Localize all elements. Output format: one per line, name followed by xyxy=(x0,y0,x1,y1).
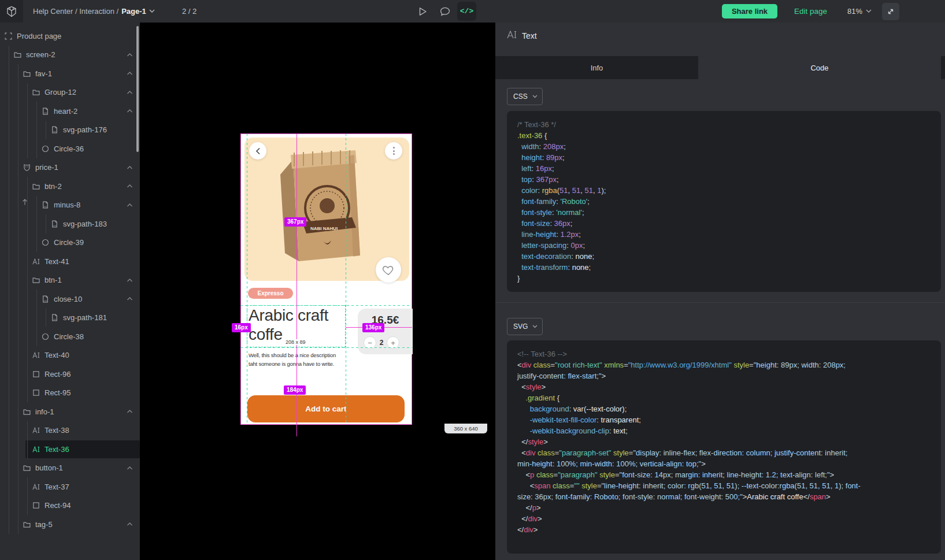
layer-row-text-36[interactable]: Text-36 xyxy=(0,440,140,459)
code-line: text-transform: none; xyxy=(517,262,931,273)
svg-code-block[interactable]: <!-- Text-36 --><div class="root rich-te… xyxy=(507,340,941,554)
code-line: width: 208px; xyxy=(517,141,931,152)
chevron-up-icon[interactable] xyxy=(127,466,133,470)
layer-row-text-40[interactable]: Text-40 xyxy=(0,346,140,365)
layer-row-svg-path-181[interactable]: svg-path-181 xyxy=(0,309,140,328)
css-format-value: CSS xyxy=(513,92,528,101)
edit-page-link[interactable]: Edit page xyxy=(794,0,827,23)
layer-row-rect-94[interactable]: Rect-94 xyxy=(0,496,140,516)
chevron-down-icon xyxy=(532,95,538,98)
layer-row-btn-2[interactable]: btn-2 xyxy=(0,177,140,196)
code-line: <p class="paragraph" style="font-size: 1… xyxy=(517,469,931,480)
layer-label: Text-40 xyxy=(45,351,69,359)
layer-row-screen-2[interactable]: screen-2 xyxy=(0,46,140,65)
comment-button[interactable] xyxy=(435,0,455,23)
layer-row-group-12[interactable]: Group-12 xyxy=(0,83,140,102)
layer-row-heart-2[interactable]: heart-2 xyxy=(0,102,140,121)
css-format-dropdown[interactable]: CSS xyxy=(507,88,543,105)
chevron-up-icon[interactable] xyxy=(127,165,133,170)
chevron-up-icon[interactable] xyxy=(127,109,133,113)
layer-label: info-1 xyxy=(35,407,54,416)
design-canvas[interactable]: NABI NAHUI Expresso Arabic craft coffe xyxy=(140,23,495,560)
layer-row-text-37[interactable]: Text-37 xyxy=(0,477,140,496)
layer-row-circle-36[interactable]: Circle-36 xyxy=(0,139,140,158)
tab-code-label: Code xyxy=(810,64,828,72)
layer-row-circle-38[interactable]: Circle-38 xyxy=(0,327,140,346)
guide-line xyxy=(247,133,247,425)
chevron-up-icon[interactable] xyxy=(127,90,133,95)
code-line: </p> xyxy=(517,502,931,513)
chevron-up-icon[interactable] xyxy=(127,296,133,301)
layer-row-text-38[interactable]: Text-38 xyxy=(0,421,140,440)
file-icon xyxy=(42,201,49,209)
layer-row-rect-95[interactable]: Rect-95 xyxy=(0,384,140,403)
sidebar-scrollbar[interactable] xyxy=(136,26,139,152)
tab-code[interactable]: Code xyxy=(698,56,941,79)
layer-row-button-1[interactable]: button-1 xyxy=(0,459,140,478)
expand-icon xyxy=(887,8,895,16)
layer-row-svg-path-176[interactable]: svg-path-176 xyxy=(0,121,140,140)
kebab-icon xyxy=(393,147,395,149)
chevron-up-icon[interactable] xyxy=(127,278,133,283)
favorite-button[interactable] xyxy=(376,257,401,283)
chevron-up-icon[interactable] xyxy=(127,522,133,526)
layer-row-svg-path-183[interactable]: svg-path-183 xyxy=(0,214,140,233)
layer-row-price-1[interactable]: price-1 xyxy=(0,158,140,177)
layer-label: tag-5 xyxy=(35,520,53,529)
chevron-up-icon[interactable] xyxy=(127,409,133,414)
app-logo[interactable] xyxy=(0,0,23,23)
layer-row-product page[interactable]: Product page xyxy=(0,27,140,46)
comment-icon xyxy=(440,7,450,16)
play-button[interactable] xyxy=(413,0,432,23)
chevron-up-icon[interactable] xyxy=(127,71,133,76)
layer-row-btn-1[interactable]: btn-1 xyxy=(0,271,140,290)
layer-row-rect-96[interactable]: Rect-96 xyxy=(0,365,140,384)
play-icon xyxy=(418,7,427,16)
layer-label: heart-2 xyxy=(54,107,77,116)
chevron-left-icon xyxy=(255,147,261,155)
logo-icon xyxy=(5,5,18,18)
css-code-block[interactable]: /* Text-36 */.text-36 { width: 208px; he… xyxy=(507,111,941,292)
zoom-dropdown[interactable]: 81% xyxy=(847,0,872,23)
layer-label: svg-path-176 xyxy=(63,125,107,134)
tab-info[interactable]: Info xyxy=(495,56,698,79)
folder-icon xyxy=(23,464,31,472)
layer-label: Rect-94 xyxy=(45,501,71,510)
layer-label: minus-8 xyxy=(54,201,80,209)
back-button[interactable] xyxy=(249,142,266,160)
share-link-button[interactable]: Share link xyxy=(722,4,777,18)
layer-row-tag-5[interactable]: tag-5 xyxy=(0,515,140,534)
chevron-up-icon[interactable] xyxy=(127,203,133,207)
mask-icon xyxy=(23,164,31,171)
text-icon xyxy=(32,446,40,453)
svg-format-dropdown[interactable]: SVG xyxy=(507,318,543,335)
layer-row-fav-1[interactable]: fav-1 xyxy=(0,64,140,83)
code-line: <div class="root rich-text" xmlns="http:… xyxy=(517,359,931,370)
fullscreen-button[interactable] xyxy=(882,3,899,20)
chevron-up-icon[interactable] xyxy=(127,184,133,188)
svg-format-value: SVG xyxy=(513,322,528,331)
chevron-up-icon[interactable] xyxy=(127,53,133,57)
share-link-label: Share link xyxy=(732,7,768,16)
folder-icon xyxy=(32,276,40,284)
layer-label: Circle-36 xyxy=(54,144,84,153)
layer-row-text-41[interactable]: Text-41 xyxy=(0,252,140,271)
text-icon xyxy=(32,427,40,434)
more-options-button[interactable] xyxy=(385,142,402,160)
code-mode-button[interactable]: </> xyxy=(457,2,476,21)
measure-badge-bottom: 184px xyxy=(284,385,306,395)
layer-row-close-10[interactable]: close-10 xyxy=(0,290,140,309)
breadcrumb[interactable]: Help Center / Interaction / Page-1 xyxy=(33,0,155,23)
file-icon xyxy=(51,126,58,133)
layer-label: Group-12 xyxy=(45,88,76,97)
code-line: font-size: 36px; xyxy=(517,218,931,229)
section-divider xyxy=(495,302,945,303)
layer-row-info-1[interactable]: info-1 xyxy=(0,402,140,421)
artboard[interactable]: NABI NAHUI Expresso Arabic craft coffe xyxy=(240,133,412,425)
product-tag[interactable]: Expresso xyxy=(248,288,293,299)
add-to-cart-button[interactable]: Add to cart xyxy=(247,395,405,422)
guide-line xyxy=(240,347,412,348)
folder-icon xyxy=(23,521,31,528)
text-size-label: 208 x 89 xyxy=(284,339,307,345)
layer-row-circle-39[interactable]: Circle-39 xyxy=(0,233,140,253)
